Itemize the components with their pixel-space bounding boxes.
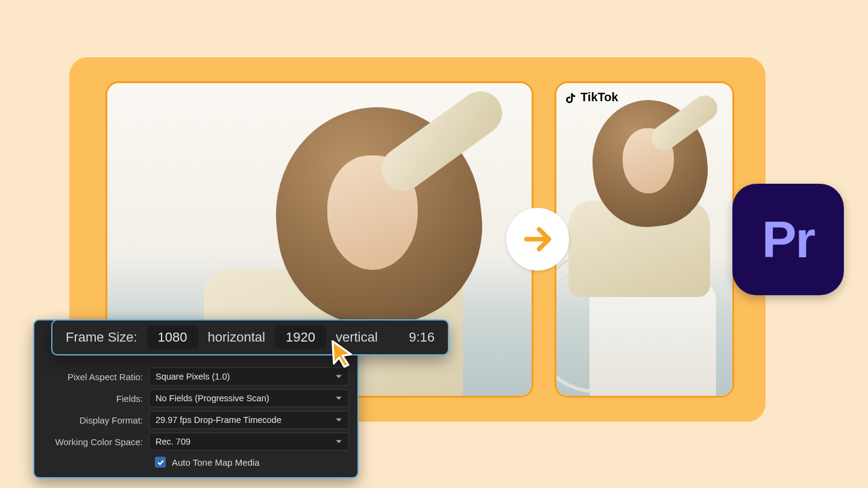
fields-value: No Fields (Progressive Scan)	[156, 393, 269, 403]
fields-select[interactable]: No Fields (Progressive Scan)	[149, 389, 349, 407]
premiere-app-icon: Pr	[732, 184, 844, 295]
premiere-abbrev: Pr	[762, 210, 814, 269]
tiktok-icon	[564, 91, 577, 104]
cursor-icon	[329, 339, 355, 370]
fields-label: Fields:	[43, 393, 149, 404]
frame-horizontal-label: horizontal	[208, 330, 265, 345]
chevron-down-icon	[335, 416, 342, 424]
chevron-down-icon	[335, 373, 342, 380]
pixel-aspect-value: Square Pixels (1.0)	[156, 372, 230, 381]
person-pants	[590, 282, 716, 398]
color-space-value: Rec. 709	[156, 437, 190, 446]
frame-size-label: Frame Size:	[66, 330, 137, 345]
chevron-down-icon	[335, 395, 342, 402]
color-space-label: Working Color Space:	[43, 437, 149, 447]
transform-arrow	[506, 208, 569, 271]
auto-tone-checkbox[interactable]	[155, 457, 166, 468]
pixel-aspect-select[interactable]: Square Pixels (1.0)	[149, 368, 349, 386]
frame-aspect-display: 9:16	[409, 330, 435, 345]
tiktok-label: TikTok	[580, 90, 618, 104]
output-preview: TikTok	[555, 81, 734, 398]
chevron-down-icon	[335, 438, 342, 445]
display-format-label: Display Format:	[43, 415, 149, 425]
check-icon	[157, 458, 165, 466]
auto-tone-label: Auto Tone Map Media	[172, 457, 260, 468]
display-format-select[interactable]: 29.97 fps Drop-Frame Timecode	[149, 411, 349, 429]
frame-width-input[interactable]: 1080	[147, 326, 198, 349]
pixel-aspect-label: Pixel Aspect Ratio:	[43, 372, 149, 382]
display-format-value: 29.97 fps Drop-Frame Timecode	[156, 415, 281, 425]
frame-height-input[interactable]: 1920	[275, 326, 326, 349]
frame-size-row: Frame Size: 1080 horizontal 1920 vertica…	[51, 319, 449, 355]
color-space-select[interactable]: Rec. 709	[149, 433, 349, 451]
tiktok-badge: TikTok	[564, 90, 618, 104]
arrow-right-icon	[521, 222, 555, 256]
